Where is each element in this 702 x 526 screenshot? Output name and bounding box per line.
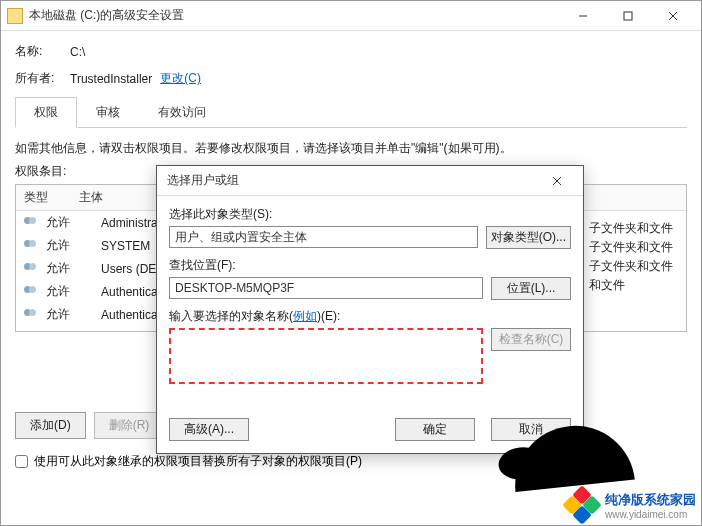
titlebar: 本地磁盘 (C:)的高级安全设置 [1, 1, 701, 31]
object-type-field [169, 226, 478, 248]
minimize-button[interactable] [560, 2, 605, 30]
tab-auditing[interactable]: 审核 [77, 97, 139, 128]
watermark-url: www.yidaimei.com [605, 509, 696, 520]
flower-logo-icon [565, 488, 599, 522]
dialog-body: 选择此对象类型(S): 对象类型(O)... 查找位置(F): 位置(L)...… [157, 196, 583, 406]
object-name-label: 输入要选择的对象名称(例如)(E): [169, 308, 571, 325]
perm-col-text: 和文件 [589, 277, 625, 294]
remove-button[interactable]: 删除(R) [94, 412, 165, 439]
perm-col-text: 子文件夹和文件 [589, 258, 673, 275]
watermark: 纯净版系统家园 www.yidaimei.com [565, 488, 696, 522]
maximize-button[interactable] [605, 2, 650, 30]
tab-effective-access[interactable]: 有效访问 [139, 97, 225, 128]
object-name-input[interactable] [169, 328, 483, 384]
users-icon [24, 309, 40, 321]
select-user-dialog: 选择用户或组 选择此对象类型(S): 对象类型(O)... 查找位置(F): 位… [156, 165, 584, 454]
perm-col-text: 子文件夹和文件 [589, 239, 673, 256]
tab-strip: 权限 审核 有效访问 [15, 97, 687, 128]
add-button[interactable]: 添加(D) [15, 412, 86, 439]
location-label: 查找位置(F): [169, 257, 571, 274]
examples-link[interactable]: 例如 [293, 309, 317, 323]
name-label: 名称: [15, 43, 70, 60]
object-type-label: 选择此对象类型(S): [169, 206, 571, 223]
advanced-button[interactable]: 高级(A)... [169, 418, 249, 441]
folder-icon [7, 8, 23, 24]
owner-label: 所有者: [15, 70, 70, 87]
window-title: 本地磁盘 (C:)的高级安全设置 [29, 7, 560, 24]
dialog-titlebar: 选择用户或组 [157, 166, 583, 196]
ok-button[interactable]: 确定 [395, 418, 475, 441]
check-names-button[interactable]: 检查名称(C) [491, 328, 571, 351]
inherit-checkbox[interactable] [15, 455, 28, 468]
perm-col-text: 子文件夹和文件 [589, 220, 673, 237]
window-controls [560, 2, 695, 30]
object-types-button[interactable]: 对象类型(O)... [486, 226, 571, 249]
users-icon [24, 286, 40, 298]
watermark-brand: 纯净版系统家园 [605, 491, 696, 509]
users-icon [24, 217, 40, 229]
owner-value: TrustedInstaller [70, 72, 152, 86]
name-value: C:\ [70, 45, 85, 59]
inherit-label: 使用可从此对象继承的权限项目替换所有子对象的权限项目(P) [34, 453, 362, 470]
tab-permissions[interactable]: 权限 [15, 97, 77, 128]
change-owner-link[interactable]: 更改(C) [160, 70, 201, 87]
users-icon [24, 263, 40, 275]
dialog-close-button[interactable] [537, 167, 577, 195]
dialog-footer: 高级(A)... 确定 取消 [157, 406, 583, 453]
close-button[interactable] [650, 2, 695, 30]
hint-text: 如需其他信息，请双击权限项目。若要修改权限项目，请选择该项目并单击"编辑"(如果… [15, 140, 687, 157]
locations-button[interactable]: 位置(L)... [491, 277, 571, 300]
dialog-title: 选择用户或组 [163, 172, 537, 189]
col-type[interactable]: 类型 [16, 185, 71, 210]
svg-rect-1 [624, 12, 632, 20]
users-icon [24, 240, 40, 252]
location-field [169, 277, 483, 299]
